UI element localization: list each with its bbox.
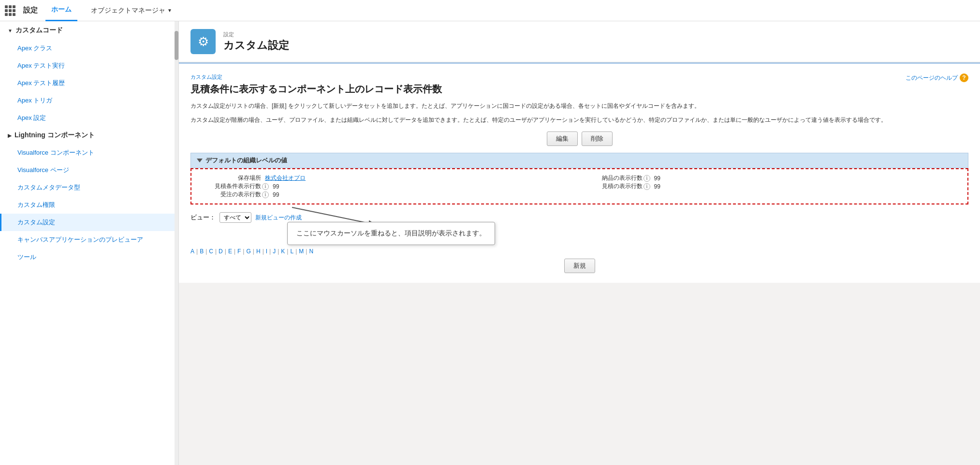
action-buttons: 編集 削除	[190, 131, 968, 146]
sidebar-item-apex-trigger[interactable]: Apex トリガ	[0, 92, 175, 109]
alpha-letter-G[interactable]: G	[246, 248, 250, 255]
alpha-letter-N[interactable]: N	[309, 248, 313, 255]
mitsu-row: 見積の表示行数 ℹ 99	[580, 182, 961, 190]
hozon-value[interactable]: 株式会社オプロ	[265, 174, 306, 182]
alpha-separator: |	[263, 248, 264, 255]
sidebar-item-apex-settings[interactable]: Apex 設定	[0, 109, 175, 127]
page-main-title: カスタム設定	[223, 38, 289, 53]
alpha-separator: |	[225, 248, 226, 255]
alpha-letter-J[interactable]: J	[273, 248, 276, 255]
alpha-separator: |	[287, 248, 288, 255]
alpha-letter-D[interactable]: D	[219, 248, 223, 255]
alpha-separator: |	[295, 248, 297, 255]
kenpin-row: 納品の表示行数 ℹ 99	[580, 174, 961, 182]
sidebar-item-apex-class[interactable]: Apex クラス	[0, 40, 175, 57]
chevron-down-icon: ▼	[167, 8, 172, 13]
breadcrumb: カスタム設定	[190, 73, 968, 81]
sidebar-item-custom-settings[interactable]: カスタム設定	[0, 214, 175, 231]
edit-button[interactable]: 編集	[547, 131, 578, 146]
content-area: ⚙ 設定 カスタム設定 このページのヘルプ ? カスタム設定 見積条件に表示する…	[179, 21, 980, 465]
alpha-navigation: A|B|C|D|E|F|G|H|I|J|K|L|M|N	[190, 248, 968, 255]
page-title: 見積条件に表示するコンポーネント上のレコード表示件数	[190, 83, 968, 96]
delete-button[interactable]: 削除	[582, 131, 613, 146]
alpha-letter-L[interactable]: L	[290, 248, 293, 255]
new-button[interactable]: 新規	[564, 259, 595, 273]
alpha-letter-M[interactable]: M	[299, 248, 304, 255]
chevron-right-icon: ▶	[8, 133, 12, 138]
mikke-value: 99	[273, 183, 279, 190]
sidebar-section-custom-code[interactable]: ▼ カスタムコード	[0, 21, 175, 40]
kenpin-value: 99	[654, 175, 660, 182]
scrollbar[interactable]	[175, 21, 178, 465]
sidebar-item-apex-test-run[interactable]: Apex テスト実行	[0, 57, 175, 74]
alpha-separator: |	[234, 248, 235, 255]
kenpin-info-icon[interactable]: ℹ	[644, 175, 650, 182]
juchu-row: 受注の表示行数 ℹ 99	[198, 190, 580, 199]
app-name: 設定	[23, 6, 38, 15]
juchu-info-icon[interactable]: ℹ	[262, 191, 269, 198]
sidebar: ▼ カスタムコード Apex クラス Apex テスト実行 Apex テスト履歴…	[0, 21, 179, 465]
mikke-row: 見積条件表示行数 ℹ 99	[198, 182, 580, 190]
mikke-info-icon[interactable]: ℹ	[262, 183, 269, 190]
page-sub-label: 設定	[223, 31, 289, 38]
alpha-separator: |	[278, 248, 279, 255]
alpha-letter-A[interactable]: A	[190, 248, 194, 255]
alpha-separator: |	[243, 248, 244, 255]
section-header-default: デフォルトの組織レベルの値	[190, 153, 968, 168]
triangle-icon	[197, 159, 203, 162]
description-1: カスタム設定がリストの場合、[新規] をクリックして新しいデータセットを追加しま…	[190, 102, 968, 111]
mitsu-value: 99	[654, 183, 660, 190]
description-2: カスタム設定が階層の場合、ユーザ、プロファイル、または組織レベルに対してデータを…	[190, 116, 968, 125]
top-navigation: 設定 ホーム オブジェクトマネージャ ▼	[0, 0, 980, 21]
juchu-value: 99	[273, 191, 279, 198]
alpha-separator: |	[253, 248, 254, 255]
mitsu-info-icon[interactable]: ℹ	[644, 183, 650, 190]
hozon-label: 保存場所	[198, 174, 261, 182]
alpha-letter-B[interactable]: B	[200, 248, 204, 255]
alpha-separator: |	[215, 248, 217, 255]
alpha-letter-E[interactable]: E	[228, 248, 232, 255]
main-layout: ▼ カスタムコード Apex クラス Apex テスト実行 Apex テスト履歴…	[0, 21, 980, 465]
tab-home[interactable]: ホーム	[45, 0, 77, 21]
app-launcher-icon[interactable]	[5, 5, 15, 16]
callout-box: ここにマウスカーソルを重ねると、項目説明が表示されます。	[287, 222, 495, 245]
sidebar-item-canvas-preview[interactable]: キャンバスアプリケーションのプレビューア	[0, 231, 175, 248]
help-link[interactable]: このページのヘルプ ?	[906, 73, 968, 82]
alpha-letter-C[interactable]: C	[209, 248, 213, 255]
alpha-letter-F[interactable]: F	[237, 248, 241, 255]
view-label: ビュー：	[190, 213, 216, 222]
new-button-row: 新規	[190, 259, 968, 273]
alpha-letter-H[interactable]: H	[256, 248, 261, 255]
sidebar-section-lightning[interactable]: ▶ Lightning コンポーネント	[0, 127, 175, 144]
mitsu-label: 見積の表示行数	[580, 182, 643, 190]
sidebar-item-visualforce-page[interactable]: Visualforce ページ	[0, 161, 175, 179]
sidebar-item-custom-metadata[interactable]: カスタムメタデータ型	[0, 179, 175, 196]
content-body: このページのヘルプ ? カスタム設定 見積条件に表示するコンポーネント上のレコー…	[179, 62, 980, 283]
alpha-letter-I[interactable]: I	[266, 248, 267, 255]
juchu-label: 受注の表示行数	[198, 190, 261, 199]
kenpin-label: 納品の表示行数	[580, 174, 643, 182]
alpha-letter-K[interactable]: K	[281, 248, 285, 255]
new-view-link[interactable]: 新規ビューの作成	[255, 214, 302, 222]
data-section: 保存場所 株式会社オプロ 納品の表示行数 ℹ 99 見積条件表示行数 ℹ 99	[190, 168, 968, 204]
view-select[interactable]: すべて	[219, 212, 251, 223]
alpha-separator: |	[205, 248, 207, 255]
sidebar-item-apex-test-history[interactable]: Apex テスト履歴	[0, 74, 175, 92]
hozon-row: 保存場所 株式会社オプロ	[198, 174, 580, 182]
page-icon: ⚙	[190, 29, 216, 54]
help-icon: ?	[960, 73, 968, 82]
alpha-separator: |	[269, 248, 271, 255]
mikke-label: 見積条件表示行数	[198, 182, 261, 190]
sidebar-item-tools[interactable]: ツール	[0, 248, 175, 266]
alpha-separator: |	[306, 248, 307, 255]
sidebar-item-visualforce-component[interactable]: Visualforce コンポーネント	[0, 144, 175, 161]
sidebar-item-custom-permission[interactable]: カスタム権限	[0, 196, 175, 214]
view-controls: ビュー： すべて 新規ビューの作成	[190, 212, 968, 223]
alpha-separator: |	[196, 248, 198, 255]
page-header-text: 設定 カスタム設定	[223, 31, 289, 53]
tab-object-manager[interactable]: オブジェクトマネージャ ▼	[85, 6, 178, 15]
page-header: ⚙ 設定 カスタム設定	[179, 21, 980, 62]
chevron-down-icon: ▼	[8, 28, 13, 33]
